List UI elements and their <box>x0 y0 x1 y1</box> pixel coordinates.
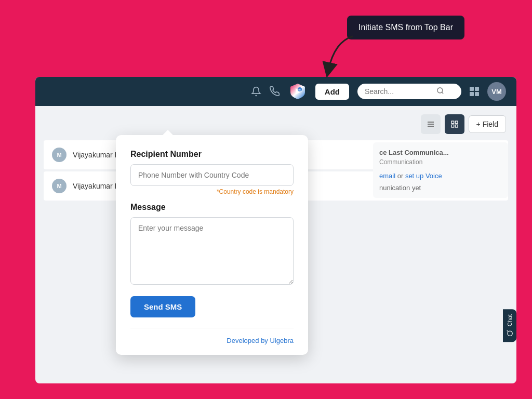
grid-view-button[interactable] <box>445 114 464 134</box>
bell-icon[interactable] <box>251 86 261 97</box>
app-window: ✉ Add VM <box>35 77 516 383</box>
row-name: Vijayakumar M <box>73 151 121 159</box>
search-bar <box>357 84 461 99</box>
panel-or-text: or <box>397 172 405 180</box>
content-area: + Field M Vijayakumar M M Vijayakumar M … <box>35 106 516 383</box>
recipient-label: Recipient Number <box>130 150 294 159</box>
message-label: Message <box>130 203 294 212</box>
sms-modal: Recipient Number *Country code is mandat… <box>116 135 308 355</box>
app-logo[interactable]: ✉ <box>288 82 307 101</box>
svg-line-4 <box>442 92 443 94</box>
svg-line-13 <box>507 330 509 332</box>
svg-rect-8 <box>451 121 454 124</box>
row-avatar: M <box>52 148 66 162</box>
grid-icon[interactable] <box>470 87 479 96</box>
panel-header: ce Last Communica... <box>379 149 502 156</box>
add-button[interactable]: Add <box>315 84 349 100</box>
add-field-button[interactable]: + Field <box>469 115 506 133</box>
search-input[interactable] <box>365 87 432 96</box>
topbar: ✉ Add VM <box>35 77 516 106</box>
svg-rect-9 <box>455 121 458 124</box>
tooltip-box: Initiate SMS from Top Bar <box>347 16 464 39</box>
mandatory-note: *Country code is mandatory <box>130 188 294 195</box>
avatar[interactable]: VM <box>487 82 506 101</box>
svg-rect-11 <box>455 125 458 127</box>
svg-rect-10 <box>451 125 454 127</box>
search-icon <box>436 87 444 96</box>
row-name: Vijayakumar M <box>73 182 121 190</box>
phone-icon[interactable] <box>270 86 280 97</box>
svg-point-3 <box>437 88 443 93</box>
panel-no-comm: nunication yet <box>379 184 502 192</box>
modal-footer: Developed by Ulgebra <box>130 328 294 344</box>
phone-number-input[interactable] <box>130 164 294 186</box>
tooltip-text: Initiate SMS from Top Bar <box>358 23 453 32</box>
chat-label: Chat <box>507 314 513 326</box>
modal-arrow <box>163 130 173 135</box>
right-panel: ce Last Communica... Communication email… <box>373 142 508 198</box>
message-textarea[interactable] <box>130 217 294 285</box>
voice-link[interactable]: set up Voice <box>405 172 442 180</box>
email-link[interactable]: email <box>379 172 395 180</box>
chat-button[interactable]: Chat <box>503 309 516 342</box>
panel-subheader: Communication <box>379 158 502 166</box>
toolbar-row: + Field <box>44 114 508 134</box>
panel-link-row: email or set up Voice <box>379 172 502 180</box>
list-view-button[interactable] <box>421 114 441 134</box>
tooltip-arrow <box>303 31 361 83</box>
row-avatar: M <box>52 179 66 193</box>
svg-text:✉: ✉ <box>298 88 300 91</box>
developed-by-link[interactable]: Developed by Ulgebra <box>227 337 294 344</box>
send-sms-button[interactable]: Send SMS <box>130 296 195 317</box>
